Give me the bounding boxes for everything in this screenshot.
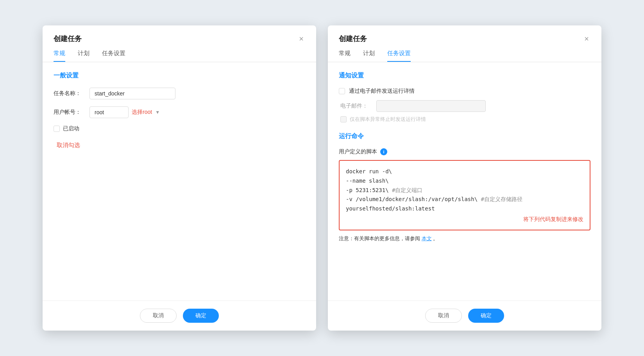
only-on-error-label: 仅在脚本异常终止时发送运行详情 [350,116,426,123]
only-on-error-row: 仅在脚本异常终止时发送运行详情 [340,116,590,123]
dropdown-arrow-icon[interactable]: ▼ [155,110,160,115]
code-line-3: -p 5231:5231\ #自定义端口 [346,186,583,195]
left-dialog-title: 创建任务 [54,34,82,43]
left-tab-general[interactable]: 常规 [54,50,65,62]
right-confirm-button[interactable]: 确定 [468,309,504,323]
left-confirm-button[interactable]: 确定 [183,309,219,323]
right-dialog-tabs: 常规 计划 任务设置 [328,44,601,62]
notify-section: 通知设置 通过电子邮件发送运行详情 电子邮件： 仅在脚本异常终止时发送运行详情 [339,72,590,123]
only-on-error-checkbox [340,116,347,122]
right-dialog-title: 创建任务 [339,34,367,43]
left-dialog-body: 一般设置 任务名称： 用户帐号： root 选择root ▼ 已启动 取消勾选 [43,62,316,300]
user-account-label: 用户帐号： [54,109,85,116]
task-name-row: 任务名称： [54,88,305,99]
enabled-checkbox-row: 已启动 [54,125,305,132]
code-line-2: --name slash\ [346,176,583,186]
email-field-label: 电子邮件： [340,102,372,110]
left-tab-plan[interactable]: 计划 [78,50,89,62]
right-tab-general[interactable]: 常规 [339,50,351,62]
enabled-checkbox[interactable] [54,126,60,132]
left-dialog-tabs: 常规 计划 任务设置 [43,44,316,62]
right-dialog-header: 创建任务 × [328,25,601,44]
code-line-5: yourselfhosted/slash:latest [346,204,583,214]
right-tab-task-settings[interactable]: 任务设置 [387,50,411,62]
left-dialog-footer: 取消 确定 [43,300,316,331]
notify-section-title: 通知设置 [339,72,590,80]
info-icon[interactable]: i [380,148,387,155]
left-cancel-button[interactable]: 取消 [140,309,177,323]
email-input[interactable] [376,100,486,112]
left-dialog-header: 创建任务 × [43,25,316,44]
right-tab-plan[interactable]: 计划 [363,50,375,62]
right-dialog: 创建任务 × 常规 计划 任务设置 通知设置 通过电子邮件发送运行详情 电子邮件… [328,25,601,331]
task-name-input[interactable] [89,88,175,99]
user-account-value[interactable]: root [89,106,129,118]
select-root-annotation: 选择root [132,109,152,116]
email-input-row: 电子邮件： [340,100,590,112]
run-command-section: 运行命令 用户定义的脚本 i docker run -d\ --name sla… [339,132,590,242]
code-line-4: -v /volume1/docker/slash:/var/opt/slash\… [346,195,583,204]
right-dialog-body: 通知设置 通过电子邮件发送运行详情 电子邮件： 仅在脚本异常终止时发送运行详情 … [328,62,601,300]
right-cancel-button[interactable]: 取消 [425,309,462,323]
left-close-button[interactable]: × [297,33,305,44]
task-name-label: 任务名称： [54,90,85,97]
note-suffix: 。 [433,236,438,241]
user-script-label-row: 用户定义的脚本 i [339,148,590,155]
note-link[interactable]: 本文 [422,236,432,241]
general-settings-title: 一般设置 [54,72,305,80]
left-tab-task-settings[interactable]: 任务设置 [102,50,125,62]
note-prefix: 注意：有关脚本的更多信息，请参阅 [339,236,420,241]
right-dialog-footer: 取消 确定 [328,300,601,331]
right-close-button[interactable]: × [583,33,590,44]
code-line-1: docker run -d\ [346,167,583,176]
email-notify-checkbox[interactable] [339,88,345,94]
email-notify-label: 通过电子邮件发送运行详情 [349,88,415,95]
user-account-row: 用户帐号： root 选择root ▼ [54,106,305,118]
code-comment-1: #自定义端口 [392,187,422,193]
user-script-label: 用户定义的脚本 [339,148,377,155]
code-editor-box[interactable]: docker run -d\ --name slash\ -p 5231:523… [339,160,590,230]
code-comment-2: #自定义存储路径 [481,196,522,202]
left-dialog: 创建任务 × 常规 计划 任务设置 一般设置 任务名称： 用户帐号： root … [43,25,316,331]
run-command-title: 运行命令 [339,132,590,140]
user-select-container: root 选择root ▼ [89,106,160,118]
uncheck-annotation: 取消勾选 [57,142,305,149]
enabled-label: 已启动 [63,125,79,132]
note-row: 注意：有关脚本的更多信息，请参阅 本文 。 [339,235,590,242]
code-annotation: 将下列代码复制进来修改 [523,215,583,224]
email-notify-row: 通过电子邮件发送运行详情 [339,88,590,95]
